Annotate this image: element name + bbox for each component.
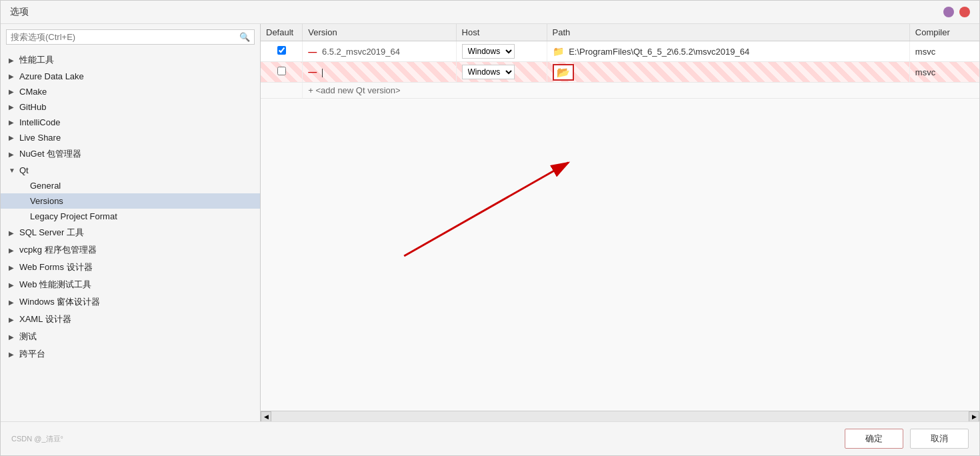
sidebar-label: GitHub xyxy=(19,102,46,112)
default-cell[interactable] xyxy=(261,41,303,62)
path-cell[interactable]: 📂 xyxy=(547,62,909,83)
host-select[interactable]: Windows xyxy=(462,65,515,79)
expand-arrow: ▶ xyxy=(9,88,17,95)
table-row: — Windows 📂 xyxy=(261,62,979,83)
sidebar-label: Legacy Project Format xyxy=(30,211,117,221)
options-dialog: 选项 🔍 ▶ 性能工具 ▶ Azure Data Lake xyxy=(0,0,980,456)
sidebar-item-qt-versions[interactable]: Versions xyxy=(1,193,260,209)
expand-arrow: ▶ xyxy=(9,247,17,254)
sidebar-item-vcpkg[interactable]: ▶ vcpkg 程序包管理器 xyxy=(1,241,260,259)
sidebar-item-crossplatform[interactable]: ▶ 跨平台 xyxy=(1,345,260,363)
sidebar-item-webperf[interactable]: ▶ Web 性能测试工具 xyxy=(1,276,260,293)
host-select[interactable]: Windows xyxy=(462,44,515,59)
sidebar-item-qt[interactable]: ▼ Qt xyxy=(1,163,260,178)
version-dash: — xyxy=(308,67,317,77)
scroll-right-arrow[interactable]: ▶ xyxy=(969,411,979,422)
sidebar-label: IntelliCode xyxy=(19,117,60,127)
expand-arrow: ▶ xyxy=(9,57,17,64)
expand-arrow: ▶ xyxy=(9,333,17,341)
col-header-compiler: Compiler xyxy=(909,24,979,41)
expand-arrow: ▼ xyxy=(9,167,17,174)
version-dash: — xyxy=(308,47,317,57)
versions-table: Default Version Host Path Compiler xyxy=(261,24,979,99)
add-version-button[interactable]: + <add new Qt version> xyxy=(308,85,400,95)
search-input[interactable] xyxy=(11,32,239,42)
search-icon: 🔍 xyxy=(239,32,250,42)
footer-note: CSDN @_清豆° xyxy=(11,434,63,444)
default-cell[interactable] xyxy=(261,62,303,83)
sidebar-label: XAML 设计器 xyxy=(19,313,71,325)
title-bar: 选项 xyxy=(1,1,979,24)
expand-arrow: ▶ xyxy=(9,119,17,126)
expand-arrow: ▶ xyxy=(9,229,17,237)
ok-button[interactable]: 确定 xyxy=(845,429,903,449)
expand-arrow: ▶ xyxy=(9,134,17,141)
sidebar-item-qt-legacy[interactable]: Legacy Project Format xyxy=(1,209,260,224)
col-header-path: Path xyxy=(547,24,909,41)
cancel-button[interactable]: 取消 xyxy=(910,429,969,449)
sidebar-item-liveshare[interactable]: ▶ Live Share xyxy=(1,130,260,145)
expand-arrow: ▶ xyxy=(9,103,17,111)
sidebar-label: CMake xyxy=(19,87,47,97)
expand-arrow: ▶ xyxy=(9,151,17,158)
default-checkbox[interactable] xyxy=(277,67,286,75)
expand-arrow xyxy=(19,182,27,189)
sidebar-item-sql[interactable]: ▶ SQL Server 工具 xyxy=(1,224,260,241)
sidebar-label: 跨平台 xyxy=(19,348,45,360)
path-cell: 📁 E:\ProgramFiles\Qt_6_5_2\6.5.2\msvc201… xyxy=(547,41,909,62)
table-header-row: Default Version Host Path Compiler xyxy=(261,24,979,41)
sidebar-item-github[interactable]: ▶ GitHub xyxy=(1,99,260,115)
compiler-cell: msvc xyxy=(909,41,979,62)
add-version-cell[interactable]: + <add new Qt version> xyxy=(303,83,979,99)
default-checkbox[interactable] xyxy=(277,46,286,55)
dialog-body: 🔍 ▶ 性能工具 ▶ Azure Data Lake ▶ CMake ▶ xyxy=(1,24,979,421)
svg-line-1 xyxy=(404,163,568,256)
expand-arrow: ▶ xyxy=(9,264,17,271)
col-header-host: Host xyxy=(456,24,547,41)
sidebar-label: 性能工具 xyxy=(19,54,54,66)
sidebar-item-xaml[interactable]: ▶ XAML 设计器 xyxy=(1,311,260,328)
sidebar-label: NuGet 包管理器 xyxy=(19,148,81,160)
sidebar-item-winforms[interactable]: ▶ Windows 窗体设计器 xyxy=(1,293,260,311)
host-cell[interactable]: Windows xyxy=(456,62,547,83)
version-cell: — 6.5.2_msvc2019_64 xyxy=(303,41,456,62)
path-text: E:\ProgramFiles\Qt_6_5_2\6.5.2\msvc2019_… xyxy=(569,47,749,57)
close-button[interactable] xyxy=(959,7,970,17)
sidebar-label: Windows 窗体设计器 xyxy=(19,296,100,308)
minimize-button[interactable] xyxy=(943,7,954,17)
table-row: — 6.5.2_msvc2019_64 Windows 📁 E:\Progra xyxy=(261,41,979,62)
horizontal-scrollbar[interactable]: ◀ ▶ xyxy=(261,411,979,421)
sidebar-item-cmake[interactable]: ▶ CMake xyxy=(1,84,260,99)
sidebar-item-perf-tools[interactable]: ▶ 性能工具 xyxy=(1,51,260,69)
add-version-empty-default xyxy=(261,83,303,99)
add-version-row: + <add new Qt version> xyxy=(261,83,979,99)
sidebar-label: General xyxy=(30,181,61,191)
expand-arrow: ▶ xyxy=(9,281,17,289)
sidebar-item-nuget[interactable]: ▶ NuGet 包管理器 xyxy=(1,145,260,163)
sidebar-label: 测试 xyxy=(19,331,37,343)
host-cell[interactable]: Windows xyxy=(456,41,547,62)
sidebar-label: Versions xyxy=(30,196,63,206)
col-header-version: Version xyxy=(303,24,456,41)
dialog-title: 选项 xyxy=(10,6,29,18)
sidebar-label: vcpkg 程序包管理器 xyxy=(19,244,97,256)
sidebar-item-webforms[interactable]: ▶ Web Forms 设计器 xyxy=(1,259,260,276)
sidebar-label: Live Share xyxy=(19,133,61,143)
col-header-default: Default xyxy=(261,24,303,41)
scroll-track[interactable] xyxy=(271,411,969,421)
sidebar-item-azure[interactable]: ▶ Azure Data Lake xyxy=(1,69,260,84)
expand-arrow: ▶ xyxy=(9,73,17,80)
sidebar-item-intellicode[interactable]: ▶ IntelliCode xyxy=(1,115,260,130)
left-panel: 🔍 ▶ 性能工具 ▶ Azure Data Lake ▶ CMake ▶ xyxy=(1,24,261,421)
sidebar-tree: ▶ 性能工具 ▶ Azure Data Lake ▶ CMake ▶ GitHu… xyxy=(1,50,260,421)
scroll-left-arrow[interactable]: ◀ xyxy=(261,411,271,422)
sidebar-label: SQL Server 工具 xyxy=(19,227,84,239)
sidebar-item-qt-general[interactable]: General xyxy=(1,178,260,193)
sidebar-label: Azure Data Lake xyxy=(19,71,84,81)
compiler-cell: msvc xyxy=(909,62,979,83)
browse-folder-button[interactable]: 📂 xyxy=(553,64,574,81)
sidebar-label: Web 性能测试工具 xyxy=(19,279,91,291)
search-box[interactable]: 🔍 xyxy=(6,29,255,45)
expand-arrow xyxy=(19,213,27,220)
sidebar-item-test[interactable]: ▶ 测试 xyxy=(1,328,260,345)
